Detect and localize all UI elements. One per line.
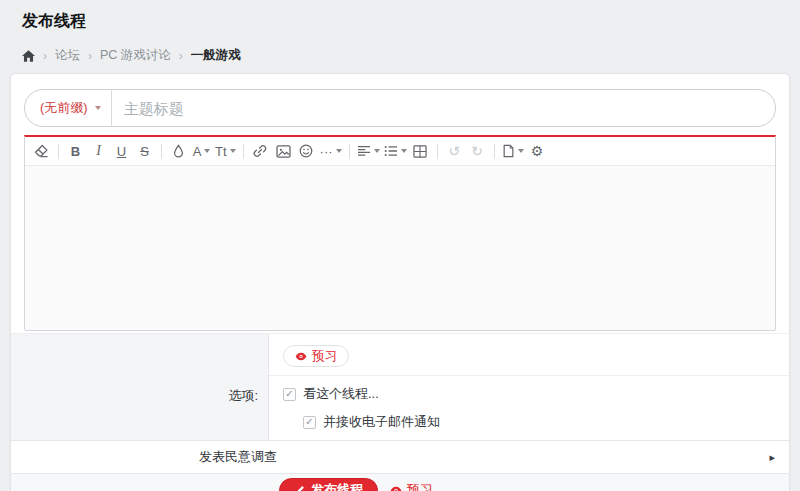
bold-button[interactable]: B [64,140,87,163]
underline-button[interactable]: U [110,140,133,163]
options-main-cell: 看这个线程... 并接收电子邮件通知 [269,375,789,440]
chevron-down-icon [401,149,407,153]
breadcrumb-item-forums[interactable]: 论坛 [55,47,80,64]
preview-link-label: 预习 [407,481,433,491]
undo-icon: ↺ [448,143,460,159]
more-options-button[interactable]: ··· [318,140,344,163]
prefix-dropdown[interactable]: (无前缀) [25,90,112,126]
eye-icon [390,485,402,491]
watch-thread-label[interactable]: 看这个线程... [303,385,379,403]
toolbar-separator [58,144,59,159]
image-icon [276,145,291,158]
chevron-down-icon [95,106,101,110]
italic-button[interactable]: I [87,140,110,163]
toolbar-separator [349,144,350,159]
gear-icon: ⚙ [531,143,544,159]
toolbar-separator [243,144,244,159]
redo-icon: ↻ [471,143,483,159]
preview-row-label-cell [11,334,269,375]
breadcrumb-item-pc-games[interactable]: PC 游戏讨论 [100,47,171,64]
prefix-dropdown-label: (无前缀) [40,99,88,117]
smilies-button[interactable] [295,140,318,163]
toolbar-separator [494,144,495,159]
drafts-button[interactable] [500,140,526,163]
align-left-icon [357,145,371,157]
bullet-list-icon [384,145,398,157]
pencil-icon [294,485,305,491]
breadcrumb-separator: › [88,49,92,63]
email-notify-option: 并接收电子邮件通知 [303,413,775,431]
chevron-right-icon: ▸ [769,451,775,464]
alignment-button[interactable] [355,140,382,163]
home-icon[interactable] [22,50,35,62]
editor-toolbar: B I U S A Tt [25,137,775,166]
insert-table-button[interactable] [409,140,432,163]
preview-button[interactable]: 预习 [283,345,349,367]
breadcrumb-separator: › [179,49,183,63]
eye-icon [295,351,307,362]
watch-thread-checkbox[interactable] [283,388,296,401]
thread-title-input[interactable] [112,90,775,126]
text-size-button[interactable]: Tt [213,140,238,163]
post-poll-toggle[interactable]: 发表民意调查 ▸ [11,440,789,474]
text-color-button[interactable] [167,140,190,163]
list-button[interactable] [382,140,409,163]
post-thread-button-label: 发布线程 [311,481,363,491]
drafts-icon [502,144,515,158]
toolbar-separator [437,144,438,159]
strikethrough-button[interactable]: S [133,140,156,163]
page-header: 发布线程 › 论坛 › PC 游戏讨论 › 一般游戏 [0,0,800,64]
toolbar-separator [161,144,162,159]
font-family-button[interactable]: A [190,140,213,163]
redo-button[interactable]: ↻ [466,140,489,163]
ellipsis-icon: ··· [320,144,333,159]
post-poll-label: 发表民意调查 [199,448,277,466]
thread-title-row: (无前缀) [24,89,776,127]
chevron-down-icon [204,149,210,153]
chevron-down-icon [518,149,524,153]
watch-thread-option: 看这个线程... [283,385,775,403]
preview-link[interactable]: 预习 [390,481,433,491]
undo-button[interactable]: ↺ [443,140,466,163]
chevron-down-icon [230,149,236,153]
post-thread-card: (无前缀) B I U S A [10,73,790,491]
chevron-down-icon [374,149,380,153]
breadcrumb: › 论坛 › PC 游戏讨论 › 一般游戏 [22,47,778,64]
rich-text-editor: B I U S A Tt [24,135,776,331]
options-row: 选项: 看这个线程... 并接收电子邮件通知 [11,375,789,440]
droplet-icon [172,144,185,158]
preview-button-label: 预习 [312,348,337,365]
chevron-down-icon [336,149,342,153]
email-notify-label[interactable]: 并接收电子邮件通知 [323,413,440,431]
post-thread-button[interactable]: 发布线程 [279,478,378,491]
table-icon [413,145,427,158]
remove-format-button[interactable] [30,140,53,163]
editor-body[interactable] [25,166,775,330]
eraser-icon [34,144,49,158]
smiley-icon [299,144,313,158]
options-label: 选项: [11,375,269,440]
page-title: 发布线程 [22,11,778,32]
preview-row-main-cell: 预习 [269,334,789,375]
email-notify-checkbox[interactable] [303,416,316,429]
form-rows: 预习 选项: 看这个线程... 并接收电子邮件通知 发表民意调查 ▸ [11,333,789,491]
link-icon [253,144,267,158]
preview-row: 预习 [11,334,789,375]
editor-settings-button[interactable]: ⚙ [526,140,549,163]
insert-image-button[interactable] [272,140,295,163]
breadcrumb-separator: › [43,49,47,63]
insert-link-button[interactable] [249,140,272,163]
submit-row: 发布线程 预习 [11,474,789,491]
breadcrumb-item-general-games[interactable]: 一般游戏 [191,47,241,64]
